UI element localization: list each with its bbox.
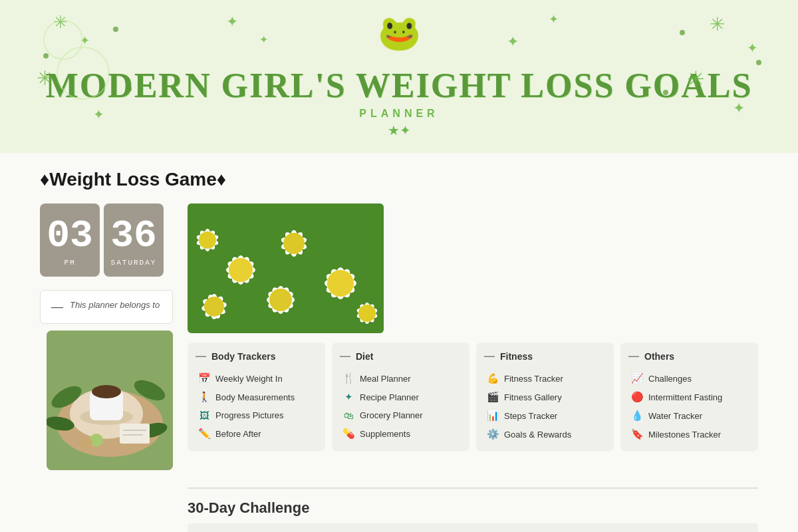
main-content: ♦Weight Loss Game♦ 03 PM 36 SATURDAY <box>0 153 798 532</box>
clock-period: PM <box>64 259 75 267</box>
center-right-column: — Body Trackers 📅 Weekly Weight In 🚶 Bod… <box>188 203 758 532</box>
nav-item-fitness-tracker[interactable]: 💪 Fitness Tracker <box>484 369 606 388</box>
deco-dot-5 <box>756 60 761 65</box>
nav-item-progress-pictures[interactable]: 🖼 Progress Pictures <box>196 406 317 424</box>
steps-icon: 📊 <box>487 410 499 422</box>
nav-column-others: — Others 📈 Challenges 🔴 Intermittent Fas… <box>620 342 758 452</box>
deco-star-4: ✦ <box>93 106 104 122</box>
deco-star-11: ✦ <box>259 33 268 46</box>
clock-minute-card: 36 SATURDAY <box>104 203 164 277</box>
nav-item-fitness-gallery[interactable]: 🎬 Fitness Gallery <box>484 388 606 406</box>
nav-item-recipe-planner[interactable]: ✦ Recipe Planner <box>340 388 462 406</box>
nav-item-supplements[interactable]: 💊 Supplements <box>340 424 462 443</box>
svg-point-29 <box>283 233 305 254</box>
page-title: ♦Weight Loss Game♦ <box>40 169 758 190</box>
clock-hour-card: 03 PM <box>40 203 100 277</box>
deco-dot-1 <box>113 27 118 32</box>
clock-hour: 03 <box>47 214 93 257</box>
nav-item-weekly-weight[interactable]: 📅 Weekly Weight In <box>196 369 317 388</box>
deco-star-12: ✦ <box>507 33 519 51</box>
header-title: MODERN GIRL'S WEIGHT LOSS GOALS <box>46 66 753 105</box>
image-icon: 🖼 <box>198 410 210 421</box>
left-column: 03 PM 36 SATURDAY — This planner belongs… <box>40 203 173 470</box>
clock-minute: 36 <box>110 214 157 257</box>
svg-point-42 <box>204 297 224 317</box>
challenge-section: 30-Day Challenge <box>188 487 758 532</box>
fitness-header: — Fitness <box>484 350 606 362</box>
nav-item-water-tracker[interactable]: 💧 Water Tracker <box>628 406 750 425</box>
pill-icon: 💊 <box>342 428 354 440</box>
svg-point-36 <box>327 270 354 297</box>
deco-star-10: ✦ <box>549 12 559 27</box>
clock-day: SATURDAY <box>111 259 157 267</box>
sparkle-icon: ✦ <box>342 391 354 403</box>
svg-rect-10 <box>120 424 150 444</box>
nav-item-steps-tracker[interactable]: 📊 Steps Tracker <box>484 406 606 425</box>
header-banner: ✳ ✦ ✳ ✦ ✳ ✦ ✳ ✦ ✦ ✦ ✦ ✦ 🐸 MODERN GIRL'S … <box>0 0 798 153</box>
bag-icon: 🛍 <box>342 410 354 421</box>
bookmark-icon: 🔖 <box>631 428 643 440</box>
edit-icon: ✏️ <box>198 428 210 440</box>
svg-point-23 <box>229 258 253 282</box>
deco-star-5: ✳ <box>710 13 725 35</box>
body-trackers-header: — Body Trackers <box>196 350 317 362</box>
deco-star-7: ✳ <box>687 66 705 92</box>
deco-dot-6 <box>663 90 668 95</box>
deco-circle-2 <box>57 47 110 100</box>
frog-icon: 🐸 <box>378 15 421 50</box>
nav-grid: — Body Trackers 📅 Weekly Weight In 🚶 Bod… <box>188 342 758 452</box>
deco-star-8: ✦ <box>733 100 745 117</box>
header-subtitle: PLANNER <box>359 108 438 120</box>
nav-column-body-trackers: — Body Trackers 📅 Weekly Weight In 🚶 Bod… <box>188 342 325 452</box>
header-stars: ★✦ <box>388 122 411 138</box>
nav-item-body-measurements[interactable]: 🚶 Body Measurements <box>196 388 317 406</box>
nav-column-fitness: — Fitness 💪 Fitness Tracker 🎬 Fitness Ga… <box>476 342 614 452</box>
coffee-image <box>47 331 173 470</box>
nav-column-diet: — Diet 🍴 Meal Planner ✦ Recipe Planner 🛍… <box>332 342 469 452</box>
fork-icon: 🍴 <box>342 372 354 384</box>
video-icon: 🎬 <box>487 391 499 403</box>
calendar-icon: 📅 <box>198 372 210 384</box>
daisy-row <box>188 203 758 333</box>
nav-item-goals-rewards[interactable]: ⚙️ Goals & Rewards <box>484 425 606 444</box>
planner-belongs-text: This planner belongs to <box>70 300 160 310</box>
nav-item-milestones-tracker[interactable]: 🔖 Milestones Tracker <box>628 425 750 444</box>
nav-item-meal-planner[interactable]: 🍴 Meal Planner <box>340 369 462 388</box>
nav-item-intermittent-fasting[interactable]: 🔴 Intermittent Fasting <box>628 388 750 406</box>
trophy-icon: ⚙️ <box>487 428 499 440</box>
nav-item-challenges[interactable]: 📈 Challenges <box>628 369 750 388</box>
svg-point-61 <box>358 305 376 322</box>
diet-header: — Diet <box>340 350 462 362</box>
planner-belongs-card: — This planner belongs to <box>40 290 173 324</box>
nav-item-grocery-planner[interactable]: 🛍 Grocery Planner <box>340 406 462 424</box>
others-header: — Others <box>628 350 750 362</box>
person-icon: 🚶 <box>198 391 210 403</box>
deco-star-9: ✦ <box>226 13 238 31</box>
deco-star-6: ✦ <box>747 40 758 56</box>
clock-cards: 03 PM 36 SATURDAY <box>40 203 173 277</box>
planner-dash: — <box>51 300 63 314</box>
fasting-icon: 🔴 <box>631 391 643 403</box>
daisy-image <box>188 203 384 333</box>
challenge-bar <box>188 523 758 532</box>
svg-point-14 <box>80 438 92 450</box>
barbell-icon: 💪 <box>487 372 499 384</box>
deco-dot-3 <box>126 86 132 92</box>
chart-icon: 📈 <box>631 372 643 384</box>
deco-star-3: ✳ <box>37 66 53 90</box>
water-icon: 💧 <box>631 410 643 422</box>
svg-point-5 <box>92 385 121 398</box>
challenge-title: 30-Day Challenge <box>188 499 758 517</box>
deco-dot-2 <box>43 53 49 59</box>
svg-point-55 <box>269 289 292 311</box>
svg-point-48 <box>199 231 216 249</box>
clock-widget: 03 PM 36 SATURDAY <box>40 203 173 277</box>
nav-item-before-after[interactable]: ✏️ Before After <box>196 424 317 443</box>
deco-dot-4 <box>680 30 685 35</box>
